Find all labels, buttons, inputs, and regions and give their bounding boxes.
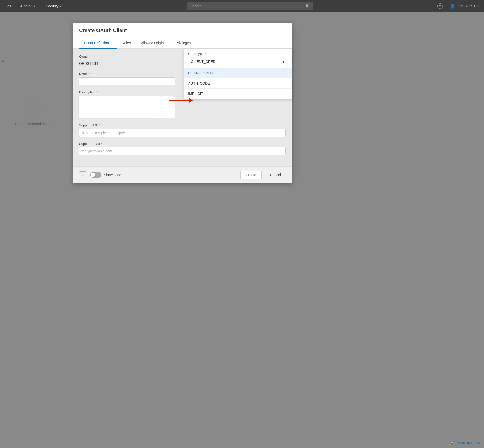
support-email-input[interactable]: [79, 147, 286, 155]
dropdown-arrow-icon: ▼: [282, 60, 285, 64]
dialog-body: Owner ORDSTEST Name * Descrip: [73, 49, 292, 166]
footer-help-icon: ?: [82, 173, 84, 177]
grant-type-required-star: *: [205, 52, 206, 56]
top-navigation: les AutoREST Security ▾ 🔍 ? 👤 ORDSTEST ▾: [0, 0, 484, 12]
nav-item-autorest[interactable]: AutoREST: [16, 0, 41, 12]
user-menu[interactable]: 👤 ORDSTEST ▾: [447, 4, 482, 9]
description-textarea[interactable]: [79, 96, 175, 118]
nav-item-les[interactable]: les: [2, 0, 16, 12]
footer-left: ? Show code: [79, 171, 121, 178]
show-code-label: Show code: [104, 173, 121, 177]
support-uri-label: Support URI *: [79, 123, 286, 127]
create-button[interactable]: Create: [240, 171, 262, 179]
arrow-head: [189, 98, 193, 103]
dropdown-option-implicit[interactable]: IMPLICIT: [184, 89, 292, 99]
support-email-required-star: *: [101, 142, 102, 146]
support-uri-row: Support URI *: [79, 123, 286, 137]
tab-privileges[interactable]: Privileges: [170, 38, 196, 49]
create-oauth-client-dialog: Create OAuth Client Client Definition * …: [73, 23, 292, 183]
user-chevron-icon: ▾: [477, 4, 479, 8]
support-email-label: Support Email *: [79, 142, 286, 146]
footer-right: Create Cancel: [240, 171, 286, 179]
show-code-toggle: Show code: [90, 172, 121, 178]
nav-item-security[interactable]: Security ▾: [41, 0, 66, 12]
dropdown-option-client-cred[interactable]: CLIENT_CRED: [184, 68, 292, 78]
support-uri-required-star: *: [99, 123, 100, 127]
dialog-tabs: Client Definition * Roles Allowed Origin…: [73, 38, 292, 49]
tab-roles[interactable]: Roles: [117, 38, 136, 49]
security-chevron-icon: ▾: [60, 5, 61, 8]
search-input[interactable]: [190, 4, 306, 8]
grant-type-header: Grant type * CLIENT_CRED ▼: [184, 49, 292, 68]
footer-help-button[interactable]: ?: [79, 171, 86, 178]
arrow-line: [169, 100, 189, 101]
search-area: 🔍: [66, 2, 434, 10]
question-icon: ?: [437, 3, 443, 9]
rocket-icon: 🚀: [449, 441, 454, 445]
help-icon-btn[interactable]: ?: [434, 3, 446, 9]
cancel-button[interactable]: Cancel: [265, 171, 286, 179]
search-box[interactable]: 🔍: [187, 2, 313, 10]
search-icon: 🔍: [306, 4, 310, 8]
support-email-row: Support Email *: [79, 142, 286, 155]
name-required-star: *: [89, 72, 90, 76]
toggle-knob: [91, 173, 95, 177]
user-icon: 👤: [450, 4, 455, 9]
dialog-title: Create OAuth Client: [79, 28, 286, 34]
tab-allowed-origins[interactable]: Allowed Origins: [136, 38, 170, 49]
powered-by: 🚀 Powered by ORDS: [449, 441, 480, 445]
description-required-star: *: [97, 90, 98, 94]
tab-client-definition[interactable]: Client Definition *: [79, 38, 117, 49]
support-email-group: Support Email *: [79, 142, 286, 155]
grant-type-current-value: CLIENT_CRED: [191, 60, 215, 64]
support-uri-group: Support URI *: [79, 123, 286, 137]
dialog-footer: ? Show code Create Cancel: [73, 166, 292, 183]
powered-by-link[interactable]: Powered by ORDS: [455, 441, 480, 445]
main-content: ◀ No results found match Create OAuth Cl…: [0, 12, 484, 448]
name-input[interactable]: [79, 77, 175, 85]
grant-type-section: Grant type * CLIENT_CRED ▼ CLIENT_CRED A…: [184, 49, 292, 99]
arrow-annotation: [169, 98, 193, 103]
nav-right: ? 👤 ORDSTEST ▾: [434, 3, 482, 9]
grant-type-dropdown-options: CLIENT_CRED AUTH_CODE IMPLICIT: [184, 68, 292, 99]
tab-client-definition-star: *: [110, 41, 112, 45]
grant-type-label: Grant type *: [188, 52, 288, 56]
dropdown-option-auth-code[interactable]: AUTH_CODE: [184, 78, 292, 89]
user-name: ORDSTEST: [457, 4, 476, 8]
show-code-switch[interactable]: [90, 172, 101, 178]
grant-type-select[interactable]: CLIENT_CRED ▼: [188, 58, 288, 66]
support-uri-input[interactable]: [79, 129, 286, 137]
dialog-header: Create OAuth Client: [73, 23, 292, 38]
